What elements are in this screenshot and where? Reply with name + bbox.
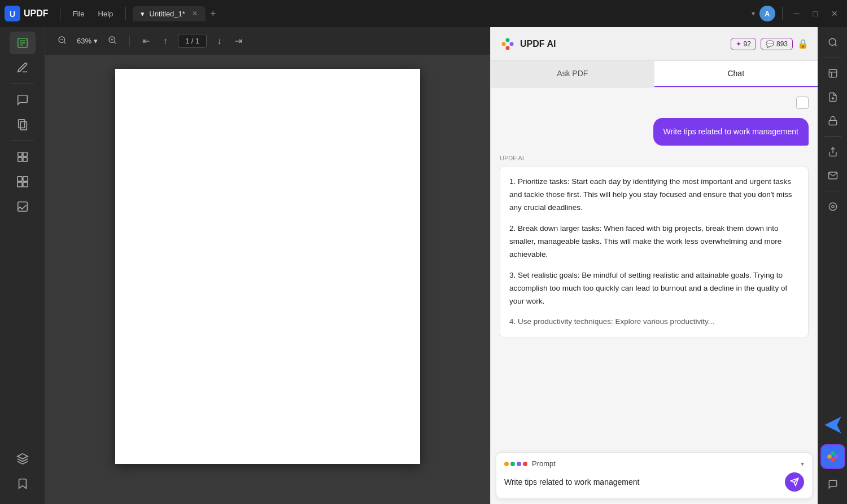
first-page-button[interactable]: ⇤	[139, 33, 153, 49]
svg-rect-16	[18, 202, 27, 212]
svg-point-40	[829, 203, 837, 211]
prompt-chevron-icon[interactable]: ▾	[801, 460, 804, 468]
svg-rect-33	[829, 69, 837, 77]
avatar[interactable]: A	[759, 6, 775, 21]
add-tab-button[interactable]: +	[206, 6, 221, 22]
zoom-value: 63%	[77, 37, 91, 45]
tab-bar: ▾ Untitled_1* ✕ +	[133, 6, 746, 22]
ai-stats: ✦ 92 💬 893	[731, 38, 793, 50]
response-p3: 3. Set realistic goals: Be mindful of se…	[509, 269, 799, 308]
prompt-dots-icon	[504, 462, 527, 466]
dot-purple	[517, 462, 521, 466]
chat-top-area	[500, 97, 809, 109]
pdf-toolbar: 63% ▾ ⇤ ↑ 1 / 1 ↓ ⇥	[45, 27, 490, 55]
user-message-bubble: Write tips related to work management	[653, 118, 809, 146]
right-sidebar-extract[interactable]	[822, 86, 844, 108]
tab-chat-label: Chat	[727, 69, 744, 78]
right-sidebar-email[interactable]	[822, 165, 844, 186]
separator3	[782, 7, 783, 20]
sidebar-item-bookmark[interactable]	[10, 472, 36, 495]
sidebar-item-organize[interactable]	[10, 146, 36, 168]
zoom-out-button[interactable]	[54, 33, 70, 49]
chat-area: Write tips related to work management UP…	[491, 87, 818, 452]
updf-ai-logo-icon	[500, 36, 516, 52]
maximize-button[interactable]: □	[809, 7, 822, 20]
svg-rect-38	[829, 120, 837, 125]
svg-rect-10	[18, 157, 21, 161]
right-sidebar-search[interactable]	[822, 32, 844, 53]
svg-rect-13	[23, 177, 27, 181]
title-bar-right: ▾ A ─ □ ✕	[752, 6, 842, 21]
page-number-display[interactable]: 1 / 1	[178, 34, 207, 48]
tab-ask-pdf[interactable]: Ask PDF	[491, 61, 654, 87]
ai-panel-header: UPDF AI ✦ 92 💬 893 🔒	[491, 27, 818, 61]
dot-green	[510, 462, 515, 466]
zoom-level: 63% ▾	[77, 37, 98, 45]
svg-point-25	[502, 42, 506, 46]
updf-ai-float-button[interactable]	[820, 444, 845, 469]
menu-bar: File Help	[67, 7, 119, 20]
tab-chat[interactable]: Chat	[654, 61, 818, 87]
prompt-label: Prompt	[532, 459, 796, 468]
svg-rect-7	[20, 122, 27, 130]
dropdown-arrow-icon[interactable]: ▾	[752, 10, 755, 17]
help-menu[interactable]: Help	[93, 7, 119, 20]
select-checkbox[interactable]	[796, 97, 809, 109]
svg-line-21	[114, 42, 116, 43]
active-tab[interactable]: ▾ Untitled_1* ✕	[133, 6, 206, 21]
svg-line-32	[835, 44, 836, 46]
dot-yellow	[504, 462, 509, 466]
prompt-input[interactable]	[504, 477, 780, 487]
tab-title: Untitled_1*	[149, 10, 185, 18]
right-sidebar-share[interactable]	[822, 141, 844, 163]
svg-point-43	[827, 454, 832, 459]
prev-page-button[interactable]: ↑	[160, 34, 171, 49]
sidebar-item-pages[interactable]	[10, 113, 36, 136]
svg-rect-12	[17, 177, 21, 181]
pdf-page	[115, 69, 420, 464]
file-menu[interactable]: File	[67, 7, 90, 20]
response-p2: 2. Break down larger tasks: When faced w…	[509, 222, 799, 261]
svg-rect-8	[18, 152, 21, 156]
svg-rect-11	[23, 157, 27, 161]
minimize-button[interactable]: ─	[789, 7, 804, 20]
svg-point-44	[831, 451, 835, 455]
sidebar-item-layers[interactable]	[10, 448, 36, 470]
toolbar-divider1	[129, 36, 130, 47]
title-bar: U UPDF File Help ▾ Untitled_1* ✕ + ▾ A ─…	[0, 0, 847, 27]
right-sidebar-chat[interactable]	[822, 474, 844, 495]
lock-icon[interactable]: 🔒	[797, 38, 809, 49]
svg-point-45	[834, 454, 839, 459]
sidebar-item-sign[interactable]	[10, 195, 36, 218]
svg-rect-9	[23, 152, 27, 156]
svg-point-31	[829, 38, 836, 45]
right-sidebar-ocr[interactable]	[822, 63, 844, 84]
svg-point-46	[831, 458, 835, 462]
sidebar-item-pdf[interactable]	[10, 32, 36, 54]
pdf-area: 63% ▾ ⇤ ↑ 1 / 1 ↓ ⇥	[45, 27, 490, 504]
prompt-input-row	[504, 472, 804, 492]
tab-close-button[interactable]: ✕	[192, 10, 198, 17]
zoom-in-button[interactable]	[104, 33, 120, 49]
response-p1: 1. Prioritize tasks: Start each day by i…	[509, 176, 799, 214]
ai-response-container: UPDF AI 1. Prioritize tasks: Start each …	[500, 155, 809, 338]
right-sidebar-save[interactable]	[822, 196, 844, 217]
tab-dropdown-icon: ▾	[141, 10, 145, 18]
ai-response-box: 1. Prioritize tasks: Start each day by i…	[500, 166, 809, 338]
main-container: 63% ▾ ⇤ ↑ 1 / 1 ↓ ⇥	[0, 27, 847, 504]
prompt-header: Prompt ▾	[504, 459, 804, 468]
sidebar-item-edit[interactable]	[10, 56, 36, 79]
last-page-button[interactable]: ⇥	[232, 33, 246, 49]
close-button[interactable]: ✕	[827, 7, 842, 20]
next-page-button[interactable]: ↓	[213, 34, 225, 49]
response-p4: 4. Use productivity techniques: Explore …	[509, 315, 799, 328]
right-divider1	[824, 58, 841, 58]
left-sidebar	[0, 27, 45, 504]
sidebar-item-comment[interactable]	[10, 89, 36, 111]
send-button[interactable]	[785, 472, 804, 492]
right-sidebar-lock[interactable]	[822, 110, 844, 132]
zoom-dropdown-icon[interactable]: ▾	[94, 37, 98, 45]
ai-panel: UPDF AI ✦ 92 💬 893 🔒 Ask PDF Chat	[490, 27, 818, 504]
svg-rect-6	[18, 120, 24, 128]
sidebar-item-convert[interactable]	[10, 170, 36, 193]
